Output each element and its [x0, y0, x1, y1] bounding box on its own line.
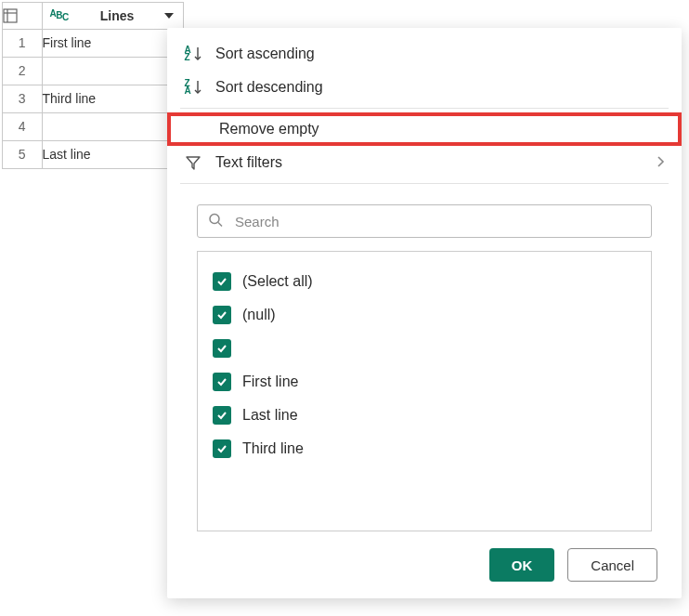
- filter-label: (Select all): [242, 273, 313, 290]
- filter-search: [197, 204, 652, 238]
- funnel-icon: [180, 154, 206, 171]
- checkbox[interactable]: [213, 406, 231, 425]
- column-dropdown-button[interactable]: [161, 7, 177, 24]
- filter-label: Third line: [242, 440, 304, 457]
- sort-ascending-item[interactable]: AZ Sort ascending: [167, 37, 682, 71]
- chevron-down-icon: [164, 13, 174, 19]
- column-header-lines[interactable]: ABC Lines: [42, 3, 183, 29]
- remove-empty-item[interactable]: Remove empty: [167, 112, 682, 146]
- filter-label: First line: [242, 374, 298, 390]
- svg-marker-6: [187, 157, 200, 169]
- filter-label: Last line: [242, 407, 298, 424]
- chevron-right-icon: [656, 155, 665, 171]
- search-icon: [208, 213, 223, 230]
- svg-point-7: [210, 215, 219, 224]
- filter-item[interactable]: Third line: [213, 432, 636, 465]
- menu-label: Remove empty: [219, 121, 661, 138]
- row-index[interactable]: 3: [3, 85, 42, 112]
- text-filters-item[interactable]: Text filters: [167, 146, 682, 179]
- sort-desc-icon: ZA: [180, 79, 206, 96]
- table-cell[interactable]: Last line: [42, 140, 183, 168]
- filter-item[interactable]: Last line: [213, 399, 636, 432]
- text-type-icon: ABC: [50, 10, 69, 20]
- dialog-buttons: OK Cancel: [489, 548, 657, 582]
- checkbox[interactable]: [213, 306, 231, 324]
- data-table: ABC Lines 1First line 2 3Third line 4 5L…: [2, 2, 184, 169]
- check-icon: [215, 308, 228, 321]
- ok-button[interactable]: OK: [489, 548, 555, 582]
- table-corner[interactable]: [3, 3, 42, 29]
- table-cell[interactable]: [42, 112, 183, 140]
- menu-label: Text filters: [215, 154, 656, 171]
- filter-search-input[interactable]: [197, 204, 652, 238]
- row-index[interactable]: 2: [3, 57, 42, 85]
- svg-rect-0: [4, 9, 17, 22]
- row-index[interactable]: 5: [3, 140, 42, 168]
- sort-descending-item[interactable]: ZA Sort descending: [167, 71, 682, 104]
- menu-label: Sort ascending: [215, 46, 665, 62]
- check-icon: [215, 409, 228, 422]
- check-icon: [215, 275, 228, 288]
- filter-values-list: (Select all) (null) First line Last line…: [197, 251, 652, 531]
- filter-item[interactable]: First line: [213, 365, 636, 399]
- svg-marker-3: [164, 13, 174, 19]
- row-index[interactable]: 4: [3, 112, 42, 140]
- checkbox[interactable]: [213, 272, 231, 291]
- menu-divider: [180, 183, 669, 184]
- check-icon: [215, 342, 228, 355]
- table-cell[interactable]: First line: [42, 29, 183, 57]
- checkbox[interactable]: [213, 339, 231, 358]
- check-icon: [215, 375, 228, 388]
- svg-line-8: [218, 223, 222, 227]
- menu-divider: [180, 108, 669, 109]
- filter-item-select-all[interactable]: (Select all): [213, 265, 636, 298]
- filter-item-blank[interactable]: [213, 332, 636, 365]
- row-index[interactable]: 1: [3, 29, 42, 57]
- check-icon: [215, 442, 228, 455]
- table-cell[interactable]: [42, 57, 183, 85]
- table-icon: [3, 8, 42, 23]
- column-filter-dropdown: AZ Sort ascending ZA Sort descending Rem…: [167, 28, 682, 598]
- filter-item-null[interactable]: (null): [213, 298, 636, 332]
- filter-label: (null): [242, 307, 276, 323]
- table-cell[interactable]: Third line: [42, 85, 183, 112]
- sort-asc-icon: AZ: [180, 46, 206, 62]
- checkbox[interactable]: [213, 373, 231, 391]
- menu-label: Sort descending: [215, 79, 665, 96]
- column-name: Lines: [74, 8, 161, 23]
- checkbox[interactable]: [213, 439, 231, 458]
- cancel-button[interactable]: Cancel: [567, 548, 657, 582]
